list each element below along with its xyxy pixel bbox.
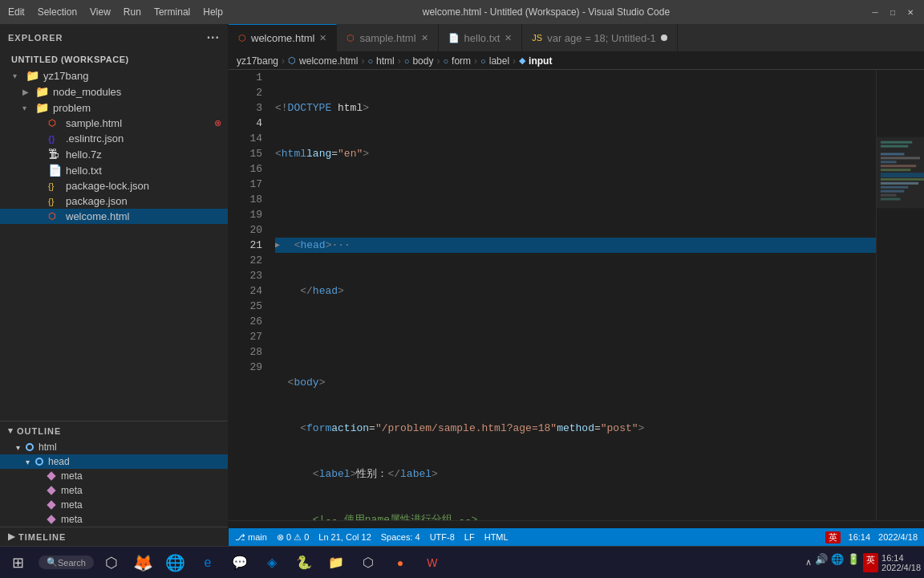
outline-head[interactable]: ▾ head	[0, 454, 228, 469]
status-encoding[interactable]: UTF-8	[430, 532, 455, 542]
close-tab-welcome[interactable]: ✕	[319, 33, 326, 43]
horizontal-scrollbar[interactable]	[229, 520, 924, 528]
taskbar-task-view[interactable]: ⬡	[97, 548, 126, 577]
status-spaces[interactable]: Spaces: 4	[381, 532, 420, 542]
tree-item-hellotxt[interactable]: ▶ 📄 hello.txt	[0, 162, 228, 178]
status-bar: ⎇ main ⊗ 0 ⚠ 0 Ln 21, Col 12 Spaces: 4 U…	[229, 528, 924, 546]
tab-welcome-html[interactable]: ⬡ welcome.html ✕	[229, 24, 337, 51]
tray-icon-2[interactable]: 🌐	[831, 553, 844, 572]
code-line-15	[275, 329, 876, 344]
code-line-19: <!-- 使用name属性进行分组 -->	[275, 512, 876, 520]
status-ime[interactable]: 英	[825, 531, 841, 543]
window-controls[interactable]: ─ □ ✕	[869, 6, 916, 18]
tabs-bar: ⬡ welcome.html ✕ ⬡ sample.html ✕ 📄 hello…	[229, 24, 924, 52]
tray-chevron[interactable]: ∧	[805, 557, 812, 568]
tray-ime[interactable]: 英	[863, 553, 878, 572]
tree-item-hello7z[interactable]: ▶ 🗜 hello.7z	[0, 146, 228, 162]
taskbar-right: ∧ 🔊 🌐 🔋 英 16:142022/4/18	[805, 553, 921, 572]
code-editor[interactable]: 1 2 3 4 14 15 16 17 18 19 20 21 22 23 24…	[229, 70, 924, 520]
outline-html[interactable]: ▾ html	[0, 440, 228, 454]
menu-terminal[interactable]: Terminal	[154, 6, 190, 18]
outline-section: ▾ OUTLINE ▾ html ▾ head meta	[0, 421, 228, 527]
bc-form[interactable]: form	[452, 55, 471, 67]
status-lang[interactable]: HTML	[484, 532, 509, 542]
bc-body[interactable]: body	[412, 55, 433, 67]
outline-meta-3[interactable]: meta	[0, 498, 228, 512]
close-tab-hello[interactable]: ✕	[505, 33, 512, 43]
status-branch[interactable]: ⎇ main	[235, 532, 267, 543]
explorer-header: EXPLORER ···	[0, 24, 228, 51]
tree-item-node-modules[interactable]: ▶ 📁 node_modules	[0, 83, 228, 100]
taskbar-chrome[interactable]: 🌐	[161, 548, 190, 577]
code-line-3	[275, 192, 876, 207]
code-line-17: <form action="/problem/sample.html?age=1…	[275, 421, 876, 436]
tree-item-yz17bang[interactable]: ▾ 📁 yz17bang	[0, 67, 228, 83]
tray-icon-3[interactable]: 🔋	[847, 553, 860, 572]
taskbar-app-2[interactable]: W	[418, 548, 447, 577]
status-errors[interactable]: ⊗ 0 ⚠ 0	[277, 532, 309, 543]
tray-time[interactable]: 16:142022/4/18	[881, 553, 921, 572]
tree-item-package-json[interactable]: ▶ {} package.json	[0, 193, 228, 209]
tab-modified-dot	[661, 35, 667, 41]
taskbar: ⊞ 🔍 Search ⬡ 🦊 🌐 e 💬 ◈ 🐍 📁 ⬡ ● W ∧ 🔊 🌐 🔋…	[0, 546, 924, 578]
editor-area: ⬡ welcome.html ✕ ⬡ sample.html ✕ 📄 hello…	[229, 24, 924, 546]
timeline-header[interactable]: ▶ TIMELINE	[0, 527, 228, 546]
code-content[interactable]: <!DOCTYPE html> <html lang="en"> ▶ <head…	[269, 70, 876, 520]
bc-label[interactable]: label	[489, 55, 509, 67]
menu-bar[interactable]: Edit Selection View Run Terminal Help	[8, 6, 223, 18]
bc-file[interactable]: welcome.html	[299, 55, 358, 67]
menu-edit[interactable]: Edit	[8, 6, 25, 18]
close-button[interactable]: ✕	[905, 6, 916, 18]
code-line-14: </head>	[275, 283, 876, 299]
status-time: 16:14	[849, 532, 871, 542]
menu-view[interactable]: View	[90, 6, 111, 18]
taskbar-start[interactable]: ⊞	[3, 548, 32, 577]
bc-root[interactable]: yz17bang	[237, 55, 278, 67]
status-ln-col[interactable]: Ln 21, Col 12	[318, 532, 371, 542]
outline-meta-4[interactable]: meta	[0, 512, 228, 527]
outline-meta-1[interactable]: meta	[0, 469, 228, 483]
outline-header[interactable]: ▾ OUTLINE	[0, 421, 228, 440]
taskbar-edge[interactable]: e	[193, 548, 222, 577]
tree-item-package-lock[interactable]: ▶ {} package-lock.json	[0, 178, 228, 193]
tab-hello-txt[interactable]: 📄 hello.txt ✕	[439, 24, 523, 51]
taskbar-git[interactable]: ⬡	[354, 548, 383, 577]
taskbar-firefox[interactable]: 🦊	[129, 548, 158, 577]
fold-arrow-4[interactable]: ▶	[275, 238, 280, 253]
tab-untitled-1[interactable]: JS var age = 18; Untitled-1	[522, 24, 677, 51]
tray-icon-1[interactable]: 🔊	[815, 553, 828, 572]
tree-item-sample-html[interactable]: ▶ ⬡ sample.html ⊗	[0, 116, 228, 131]
taskbar-python[interactable]: 🐍	[290, 548, 318, 577]
status-eol[interactable]: LF	[464, 532, 475, 542]
tree-item-eslintrc[interactable]: ▶ {} .eslintrc.json	[0, 131, 228, 146]
code-line-16: <body>	[275, 375, 876, 390]
file-tree: ▾ 📁 yz17bang ▶ 📁 node_modules ▾ 📁 proble…	[0, 67, 228, 421]
taskbar-wechat[interactable]: 💬	[225, 548, 254, 577]
taskbar-explorer[interactable]: 📁	[322, 548, 351, 577]
outline-meta-2[interactable]: meta	[0, 483, 228, 498]
close-tab-sample[interactable]: ✕	[421, 33, 428, 43]
svg-rect-14	[877, 137, 924, 208]
menu-help[interactable]: Help	[203, 6, 223, 18]
code-line-1: <!DOCTYPE html>	[275, 100, 876, 116]
taskbar-search[interactable]: 🔍 Search	[38, 556, 94, 569]
taskbar-app-1[interactable]: ●	[386, 548, 415, 577]
code-line-4: ▶ <head>···	[275, 238, 876, 253]
taskbar-vscode[interactable]: ◈	[257, 548, 286, 577]
bc-input[interactable]: input	[529, 55, 552, 67]
line-numbers: 1 2 3 4 14 15 16 17 18 19 20 21 22 23 24…	[229, 70, 269, 520]
outline-tree: ▾ html ▾ head meta meta	[0, 440, 228, 527]
minimap[interactable]	[876, 70, 924, 520]
workspace-label[interactable]: UNTITLED (WORKSPACE)	[0, 51, 228, 67]
tree-item-problem[interactable]: ▾ 📁 problem	[0, 100, 228, 116]
menu-selection[interactable]: Selection	[38, 6, 77, 18]
explorer-menu-icon[interactable]: ···	[207, 31, 220, 45]
bc-html[interactable]: html	[376, 55, 395, 67]
breadcrumb: yz17bang › ⬡ welcome.html › ○ html › ○ b…	[229, 52, 924, 70]
menu-run[interactable]: Run	[124, 6, 141, 18]
minimize-button[interactable]: ─	[869, 6, 881, 18]
tree-item-welcome-html[interactable]: ▶ ⬡ welcome.html	[0, 209, 228, 224]
status-left: ⎇ main ⊗ 0 ⚠ 0 Ln 21, Col 12 Spaces: 4 U…	[235, 532, 509, 543]
tab-sample-html[interactable]: ⬡ sample.html ✕	[337, 24, 438, 51]
maximize-button[interactable]: □	[887, 6, 898, 18]
